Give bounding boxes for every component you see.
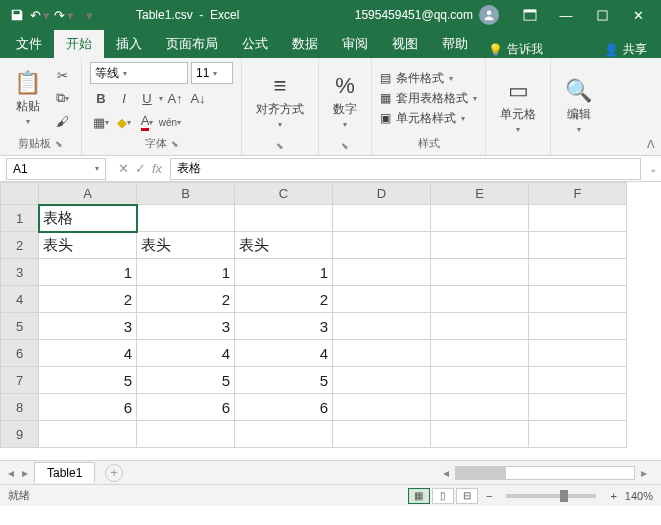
cell[interactable]: 6	[39, 394, 137, 421]
zoom-slider[interactable]	[506, 494, 596, 498]
cell[interactable]	[529, 394, 627, 421]
zoom-level[interactable]: 140%	[625, 490, 653, 502]
cell[interactable]: 5	[235, 367, 333, 394]
format-as-table-button[interactable]: ▦套用表格格式▾	[380, 90, 477, 107]
tell-me[interactable]: 💡告诉我	[480, 41, 551, 58]
tab-review[interactable]: 审阅	[330, 30, 380, 58]
sheet-nav-next[interactable]: ▸	[20, 466, 30, 480]
tab-layout[interactable]: 页面布局	[154, 30, 230, 58]
row-header[interactable]: 3	[1, 259, 39, 286]
tab-view[interactable]: 视图	[380, 30, 430, 58]
cell[interactable]	[431, 232, 529, 259]
cell[interactable]	[529, 286, 627, 313]
enter-formula-button[interactable]: ✓	[135, 161, 146, 176]
tab-formula[interactable]: 公式	[230, 30, 280, 58]
cell[interactable]: 3	[39, 313, 137, 340]
number-format-button[interactable]: %数字▾	[327, 71, 363, 131]
cell[interactable]	[137, 205, 235, 232]
cell[interactable]: 6	[137, 394, 235, 421]
undo-button[interactable]: ↶▾	[30, 4, 52, 26]
row-header[interactable]: 2	[1, 232, 39, 259]
cell[interactable]	[333, 205, 431, 232]
cell[interactable]	[529, 367, 627, 394]
format-painter-button[interactable]: 🖌	[51, 111, 73, 131]
name-box[interactable]: A1▾	[6, 158, 106, 180]
cell[interactable]: 4	[235, 340, 333, 367]
alignment-button[interactable]: ≡对齐方式▾	[250, 71, 310, 131]
tab-data[interactable]: 数据	[280, 30, 330, 58]
save-icon[interactable]	[6, 4, 28, 26]
formula-bar[interactable]: 表格	[170, 158, 641, 180]
tab-insert[interactable]: 插入	[104, 30, 154, 58]
cell-styles-button[interactable]: ▣单元格样式▾	[380, 110, 477, 127]
expand-formula-bar[interactable]: ⌄	[649, 163, 657, 174]
account-area[interactable]: 1595459451@qq.com	[355, 5, 499, 25]
cell[interactable]: 表头	[137, 232, 235, 259]
cell[interactable]: 2	[137, 286, 235, 313]
col-header[interactable]: B	[137, 183, 235, 205]
cells-button[interactable]: ▭单元格▾	[494, 76, 542, 136]
view-page-layout[interactable]: ▯	[432, 488, 454, 504]
row-header[interactable]: 1	[1, 205, 39, 232]
cell[interactable]: 3	[235, 313, 333, 340]
col-header[interactable]: F	[529, 183, 627, 205]
fill-color-button[interactable]: ◆▾	[113, 112, 135, 132]
cell[interactable]	[431, 259, 529, 286]
row-header[interactable]: 5	[1, 313, 39, 340]
number-launcher[interactable]: ⬊	[341, 141, 349, 151]
font-launcher[interactable]: ⬊	[171, 139, 179, 149]
qat-customize[interactable]: ▾	[78, 4, 100, 26]
tab-help[interactable]: 帮助	[430, 30, 480, 58]
hscroll-right[interactable]: ▸	[639, 466, 649, 480]
zoom-in-button[interactable]: +	[610, 490, 616, 502]
cell[interactable]	[431, 394, 529, 421]
row-header[interactable]: 9	[1, 421, 39, 448]
cell[interactable]	[529, 313, 627, 340]
row-header[interactable]: 4	[1, 286, 39, 313]
cell[interactable]	[529, 340, 627, 367]
cell[interactable]	[333, 340, 431, 367]
cell[interactable]	[431, 340, 529, 367]
copy-button[interactable]: ⧉▾	[51, 88, 73, 108]
insert-function-button[interactable]: fx	[152, 161, 162, 176]
cell[interactable]: 表格	[39, 205, 137, 232]
cell[interactable]	[529, 232, 627, 259]
view-page-break[interactable]: ⊟	[456, 488, 478, 504]
cell[interactable]: 1	[39, 259, 137, 286]
cell[interactable]	[333, 259, 431, 286]
border-button[interactable]: ▦▾	[90, 112, 112, 132]
clipboard-launcher[interactable]: ⬊	[55, 139, 63, 149]
cell[interactable]: 表头	[235, 232, 333, 259]
cell[interactable]: 5	[39, 367, 137, 394]
cell[interactable]	[39, 421, 137, 448]
col-header[interactable]: D	[333, 183, 431, 205]
cell[interactable]	[235, 205, 333, 232]
cell[interactable]: 表头	[39, 232, 137, 259]
cell[interactable]: 4	[137, 340, 235, 367]
alignment-launcher[interactable]: ⬊	[276, 141, 284, 151]
cell[interactable]: 1	[137, 259, 235, 286]
cell[interactable]	[431, 286, 529, 313]
cell[interactable]	[431, 313, 529, 340]
col-header[interactable]: E	[431, 183, 529, 205]
cut-button[interactable]: ✂	[51, 65, 73, 85]
redo-button[interactable]: ↷▾	[54, 4, 76, 26]
cell[interactable]	[529, 259, 627, 286]
col-header[interactable]: C	[235, 183, 333, 205]
conditional-format-button[interactable]: ▤条件格式▾	[380, 70, 477, 87]
cancel-formula-button[interactable]: ✕	[118, 161, 129, 176]
bold-button[interactable]: B	[90, 88, 112, 108]
share-button[interactable]: 👤共享	[594, 41, 657, 58]
ribbon-display-options[interactable]	[513, 4, 547, 26]
underline-button[interactable]: U	[136, 88, 158, 108]
select-all-triangle[interactable]	[1, 183, 39, 205]
new-sheet-button[interactable]: ＋	[105, 464, 123, 482]
editing-button[interactable]: 🔍编辑▾	[559, 76, 598, 136]
cell[interactable]: 4	[39, 340, 137, 367]
cell[interactable]: 3	[137, 313, 235, 340]
increase-font-button[interactable]: A↑	[164, 88, 186, 108]
sheet-tab[interactable]: Table1	[34, 462, 95, 483]
collapse-ribbon-button[interactable]: ᐱ	[647, 138, 655, 151]
hscroll-left[interactable]: ◂	[441, 466, 451, 480]
cell[interactable]	[235, 421, 333, 448]
